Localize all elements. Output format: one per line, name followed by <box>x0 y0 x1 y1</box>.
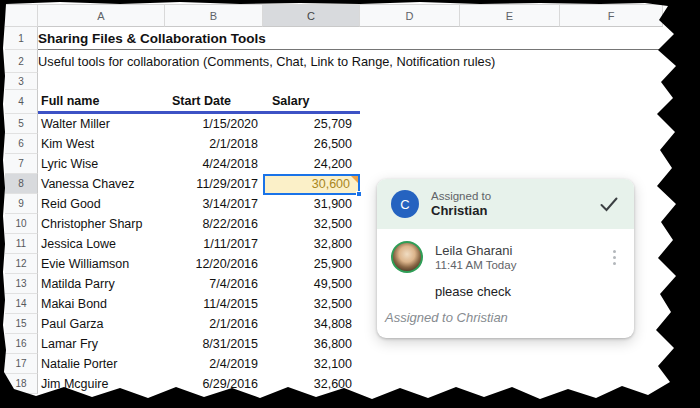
cell-start-date[interactable]: 2/1/2018 <box>165 134 263 154</box>
empty-cell[interactable] <box>360 114 695 134</box>
kebab-menu-icon[interactable] <box>611 248 618 267</box>
cell-start-date[interactable]: 8/31/2015 <box>165 334 263 354</box>
cell-full-name[interactable]: Lamar Fry <box>38 334 165 354</box>
comment-author-row: Leila Gharani 11:41 AM Today <box>391 241 620 273</box>
cell-salary[interactable]: 32,500 <box>263 294 360 314</box>
cell-full-name[interactable]: Christopher Sharp <box>38 214 165 234</box>
cell-start-date[interactable]: 2/4/2019 <box>165 354 263 374</box>
cell-salary[interactable]: 32,800 <box>263 234 360 254</box>
cell-start-date[interactable]: 4/24/2018 <box>165 154 263 174</box>
author-avatar <box>391 241 423 273</box>
row-header[interactable]: 16 <box>5 334 38 354</box>
col-header-e[interactable]: E <box>460 4 560 27</box>
selected-commented-cell[interactable]: 30,600 <box>263 174 360 195</box>
spreadsheet-screenshot: A B C D E F 1 Sharing Files & Collaborat… <box>0 0 700 408</box>
cell-salary[interactable]: 25,900 <box>263 254 360 274</box>
assignee-name: Christian <box>431 203 491 218</box>
empty-cell[interactable] <box>360 90 695 114</box>
cell-salary[interactable]: 24,200 <box>263 154 360 174</box>
row-header[interactable]: 4 <box>5 90 38 114</box>
cell-salary[interactable]: 31,900 <box>263 194 360 214</box>
cell-full-name[interactable]: Natalie Porter <box>38 354 165 374</box>
col-header-b[interactable]: B <box>165 4 263 27</box>
resolve-check-icon[interactable] <box>598 193 620 215</box>
cell-start-date[interactable]: 3/14/2017 <box>165 194 263 214</box>
row-header[interactable]: 5 <box>5 114 38 134</box>
cell-start-date[interactable]: 11/4/2015 <box>165 294 263 314</box>
cell-full-name[interactable]: Lyric Wise <box>38 154 165 174</box>
col-header-f[interactable]: F <box>560 4 663 27</box>
row-header[interactable]: 14 <box>5 294 38 314</box>
empty-cell[interactable] <box>360 134 695 154</box>
cell-full-name[interactable]: Jessica Lowe <box>38 234 165 254</box>
row-header[interactable]: 3 <box>5 73 38 90</box>
row-header[interactable]: 15 <box>5 314 38 334</box>
table-header-full-name[interactable]: Full name <box>38 90 165 114</box>
cell-start-date[interactable]: 1/11/2017 <box>165 234 263 254</box>
row-header[interactable]: 17 <box>5 354 38 374</box>
assignment-footer: Assigned to Christian <box>385 310 620 325</box>
table-row: 6 Kim West 2/1/2018 26,500 <box>5 134 695 154</box>
assignee-avatar: C <box>391 190 419 218</box>
table-header-start-date[interactable]: Start Date <box>165 90 263 114</box>
cell-salary[interactable]: 32,600 <box>263 374 360 394</box>
row-header[interactable]: 7 <box>5 154 38 174</box>
select-all-corner[interactable] <box>5 4 38 27</box>
row-header[interactable]: 13 <box>5 274 38 294</box>
cell-salary[interactable]: 32,500 <box>263 214 360 234</box>
cell-salary[interactable]: 26,500 <box>263 134 360 154</box>
cell-start-date[interactable]: 12/20/2016 <box>165 254 263 274</box>
cell-start-date[interactable]: 11/29/2017 <box>165 174 263 194</box>
cell-salary[interactable]: 25,709 <box>263 114 360 134</box>
row-header[interactable]: 11 <box>5 234 38 254</box>
cell-start-date[interactable]: 8/22/2016 <box>165 214 263 234</box>
cell-start-date[interactable]: 6/29/2016 <box>165 374 263 394</box>
row-empty: 3 <box>5 73 695 90</box>
col-header-d[interactable]: D <box>360 4 460 27</box>
row-header[interactable]: 10 <box>5 214 38 234</box>
comment-body: Leila Gharani 11:41 AM Today please chec… <box>377 229 634 338</box>
cell-salary[interactable]: 32,100 <box>263 354 360 374</box>
row-header[interactable]: 2 <box>5 50 38 73</box>
table-row: 18 Jim Mcguire 6/29/2016 32,600 <box>5 374 695 394</box>
row-header[interactable]: 9 <box>5 194 38 214</box>
empty-cell[interactable] <box>38 73 695 90</box>
assigned-to-label: Assigned to <box>431 190 491 202</box>
cell-salary[interactable]: 49,500 <box>263 274 360 294</box>
cell-full-name[interactable]: Walter Miller <box>38 114 165 134</box>
table-header-salary[interactable]: Salary <box>263 90 360 114</box>
cell-full-name[interactable]: Reid Good <box>38 194 165 214</box>
cell-salary[interactable]: 34,808 <box>263 314 360 334</box>
sheet-title[interactable]: Sharing Files & Collaboration Tools <box>38 27 663 50</box>
row-subtitle: 2 Useful tools for collaboration (Commen… <box>5 50 695 73</box>
cell-full-name[interactable]: Matilda Parry <box>38 274 165 294</box>
cell-start-date[interactable]: 7/4/2016 <box>165 274 263 294</box>
row-header[interactable]: 6 <box>5 134 38 154</box>
cell-start-date[interactable]: 2/1/2016 <box>165 314 263 334</box>
row-header[interactable]: 1 <box>5 27 38 50</box>
table-row: 7 Lyric Wise 4/24/2018 24,200 <box>5 154 695 174</box>
cell-full-name[interactable]: Jim Mcguire <box>38 374 165 394</box>
empty-cell[interactable] <box>360 354 695 374</box>
col-header-c[interactable]: C <box>263 4 360 27</box>
cell-salary[interactable]: 36,800 <box>263 334 360 354</box>
comment-marker-icon <box>351 176 358 183</box>
empty-cell[interactable] <box>360 154 695 174</box>
fill-handle[interactable] <box>356 191 362 197</box>
cell-full-name[interactable]: Paul Garza <box>38 314 165 334</box>
assignment-text-block: Assigned to Christian <box>431 190 491 218</box>
table-row: 17 Natalie Porter 2/4/2019 32,100 <box>5 354 695 374</box>
comment-popup: C Assigned to Christian Leila Gharani 11… <box>377 179 634 338</box>
col-header-a[interactable]: A <box>38 4 165 27</box>
cell-start-date[interactable]: 1/15/2020 <box>165 114 263 134</box>
cell-full-name[interactable]: Makai Bond <box>38 294 165 314</box>
cell-full-name[interactable]: Kim West <box>38 134 165 154</box>
cell-full-name[interactable]: Evie Williamson <box>38 254 165 274</box>
assignment-header: C Assigned to Christian <box>377 179 634 229</box>
sheet-subtitle[interactable]: Useful tools for collaboration (Comments… <box>38 50 663 73</box>
empty-cell[interactable] <box>360 374 695 394</box>
row-header[interactable]: 12 <box>5 254 38 274</box>
row-header[interactable]: 18 <box>5 374 38 394</box>
row-header[interactable]: 8 <box>5 174 38 194</box>
cell-full-name[interactable]: Vanessa Chavez <box>38 174 165 194</box>
